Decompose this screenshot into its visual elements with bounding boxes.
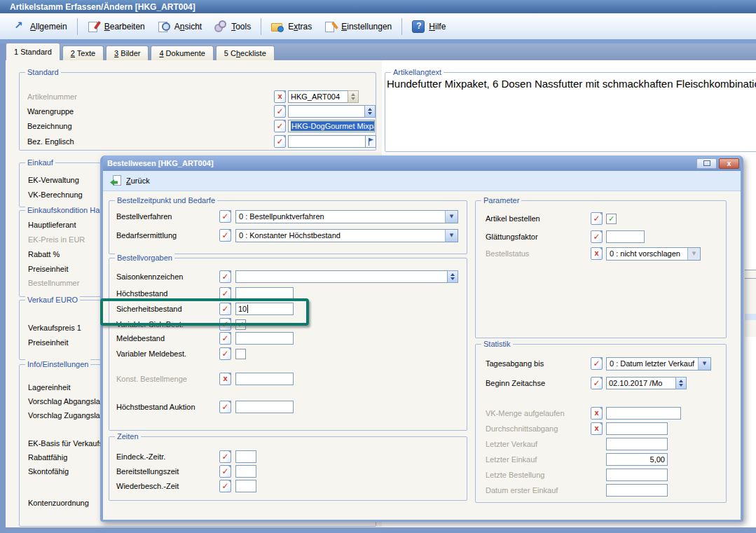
field-row-saisonkennzeichen: Saisonkennzeichen bbox=[116, 270, 458, 284]
tab-standard[interactable]: 1 Standard bbox=[6, 43, 60, 60]
menu-separator bbox=[261, 18, 261, 35]
field-check-icon[interactable] bbox=[591, 377, 603, 389]
letzter-einkauf-input[interactable]: 5,00 bbox=[606, 453, 668, 466]
chevron-down-icon[interactable] bbox=[445, 211, 458, 223]
field-row-artikelnummer: Artikelnummer HKG_ART004 bbox=[27, 90, 359, 104]
field-row-variabler-meldebest: Variabler Meldebest. bbox=[116, 347, 246, 361]
field-x-icon[interactable] bbox=[219, 373, 231, 385]
menu-item-ansicht[interactable]: Ansicht bbox=[151, 18, 208, 35]
field-check-icon[interactable] bbox=[219, 287, 231, 300]
field-check-icon[interactable] bbox=[219, 480, 231, 492]
tagesabgang-dropdown[interactable]: 0 : Datum letzter Verkauf bbox=[606, 357, 711, 371]
field-row-eindeck-zeitr: Eindeck.-Zeitr. bbox=[116, 450, 256, 464]
menu-separator bbox=[77, 18, 78, 35]
spinner[interactable] bbox=[675, 377, 687, 389]
warengruppe-input[interactable] bbox=[288, 105, 365, 118]
magnifier-page-icon bbox=[158, 20, 170, 32]
vk-menge-input[interactable] bbox=[606, 407, 681, 420]
field-row-wiederbesch-zeit: Wiederbesch.-Zeit bbox=[116, 479, 256, 493]
field-check-icon[interactable] bbox=[219, 347, 231, 360]
menu-item-bearbeiten[interactable]: Bearbeiten bbox=[81, 18, 151, 35]
durchschnittsabgang-input[interactable] bbox=[606, 422, 668, 435]
field-check-icon[interactable] bbox=[219, 332, 231, 345]
field-check-icon[interactable] bbox=[274, 120, 286, 132]
bedarfsermittlung-dropdown[interactable]: 0 : Konstanter Höchstbestand bbox=[235, 229, 458, 242]
sidebar-item-vk-berechnung: VK-Berechnung bbox=[28, 191, 83, 199]
variabler-sich-best-checkbox[interactable] bbox=[235, 319, 246, 330]
artikellangtext-text[interactable]: Hundefutter Mixpaket, 6 Dosen Nassfutter… bbox=[387, 78, 756, 90]
menu-item-tools[interactable]: Tools bbox=[208, 18, 257, 35]
field-check-icon[interactable] bbox=[219, 401, 231, 413]
field-check-icon[interactable] bbox=[591, 230, 603, 243]
spinner[interactable] bbox=[447, 270, 458, 283]
saisonkennzeichen-input[interactable] bbox=[235, 270, 448, 283]
wiederbesch-zeit-input[interactable] bbox=[235, 480, 256, 492]
field-x-icon[interactable] bbox=[591, 422, 603, 435]
group-title: Standard bbox=[25, 67, 61, 77]
field-check-icon[interactable] bbox=[591, 212, 603, 225]
flag-icon[interactable] bbox=[365, 136, 376, 147]
group-parameter: Parameter Artikel bestellen Glättungsfak… bbox=[475, 200, 727, 338]
artikel-bestellen-checkbox[interactable] bbox=[606, 214, 617, 224]
eindeck-zeitr-input[interactable] bbox=[235, 450, 256, 463]
chevron-down-icon[interactable] bbox=[698, 358, 710, 370]
bestellstatus-dropdown[interactable]: 0 : nicht vorschlagen bbox=[606, 247, 701, 261]
tab-texte[interactable]: 2 Texte bbox=[62, 46, 104, 60]
field-row-glaettungsfaktor: Glättungsfaktor bbox=[486, 230, 645, 244]
spinner[interactable] bbox=[348, 90, 359, 103]
hoechstbestand-input[interactable] bbox=[235, 287, 294, 300]
menu-item-extras[interactable]: Extras bbox=[265, 18, 318, 35]
hoechstbestand-auktion-input[interactable] bbox=[235, 401, 294, 413]
field-check-icon[interactable] bbox=[219, 270, 231, 283]
artikelnummer-input[interactable]: HKG_ART004 bbox=[288, 90, 348, 103]
group-zeiten: Zeiten Eindeck.-Zeitr. Bereitstellungsze… bbox=[109, 436, 467, 501]
close-icon[interactable]: x bbox=[719, 158, 739, 169]
field-check-icon[interactable] bbox=[219, 303, 231, 315]
tab-bilder[interactable]: 3 Bilder bbox=[106, 46, 149, 60]
bestellverfahren-dropdown[interactable]: 0 : Bestellpunktverfahren bbox=[235, 210, 458, 223]
field-check-icon[interactable] bbox=[219, 465, 231, 478]
field-x-icon[interactable] bbox=[274, 90, 286, 103]
field-row-vk-menge: VK-Menge aufgelaufen bbox=[486, 406, 681, 420]
bereitstellungszeit-input[interactable] bbox=[235, 465, 256, 478]
tab-bar: 1 Standard 2 Texte 3 Bilder 4 Dokumente … bbox=[0, 43, 756, 60]
spinner[interactable] bbox=[364, 105, 376, 118]
konst-bestellmenge-input[interactable] bbox=[235, 373, 294, 385]
field-check-icon[interactable] bbox=[219, 450, 231, 463]
chevron-down-icon[interactable] bbox=[445, 230, 458, 242]
sidebar-item-preiseinheit-2: Preiseinheit bbox=[28, 338, 68, 347]
field-check-icon[interactable] bbox=[219, 318, 231, 331]
field-check-icon[interactable] bbox=[219, 210, 231, 223]
field-row-tagesabgang-bis: Tagesabgang bis 0 : Datum letzter Verkau… bbox=[486, 357, 711, 371]
tab-checkliste[interactable]: 5 Checkliste bbox=[216, 46, 275, 60]
datum-erster-einkauf-input[interactable] bbox=[606, 484, 668, 497]
sicherheitsbestand-input[interactable]: 10 bbox=[235, 303, 294, 315]
back-button[interactable]: Zurück bbox=[110, 175, 150, 186]
field-row-warengruppe: Warengruppe bbox=[27, 104, 376, 118]
sidebar-item-vorschlag-zugang: Vorschlag Zugangsla bbox=[28, 411, 100, 420]
meldebestand-input[interactable] bbox=[235, 332, 294, 345]
menu-item-einstellungen[interactable]: Einstellungen bbox=[318, 18, 398, 35]
bezeichnung-input[interactable]: HKG-DogGourmet Mixpaket bbox=[288, 120, 375, 132]
glaettungsfaktor-input[interactable] bbox=[606, 230, 645, 243]
field-check-icon[interactable] bbox=[274, 135, 286, 148]
window-titlebar: Artikelstamm Erfassen/Ändern [HKG_ART004… bbox=[0, 0, 756, 13]
letzter-verkauf-input[interactable] bbox=[606, 438, 668, 450]
field-check-icon[interactable] bbox=[219, 229, 231, 242]
field-check-icon[interactable] bbox=[591, 357, 603, 370]
tab-dokumente[interactable]: 4 Dokumente bbox=[151, 46, 213, 60]
field-check-icon[interactable] bbox=[274, 105, 286, 118]
variabler-meldebest-checkbox[interactable] bbox=[235, 349, 246, 359]
field-row-variabler-sich-best: Variabler Sich.Best. bbox=[116, 317, 246, 331]
bez-englisch-input[interactable] bbox=[288, 135, 376, 148]
menu-item-hilfe[interactable]: Hilfe bbox=[406, 18, 452, 35]
beginn-zeitachse-input[interactable]: 02.10.2017 /Mo bbox=[606, 377, 676, 389]
field-x-icon[interactable] bbox=[591, 247, 603, 260]
menu-item-allgemein[interactable]: Allgemein bbox=[7, 18, 74, 35]
letzte-bestellung-input[interactable] bbox=[606, 469, 668, 481]
sidebar-item-bestellnummer: Bestellnummer bbox=[28, 279, 79, 287]
restore-button[interactable] bbox=[696, 158, 717, 169]
back-arrow-icon bbox=[110, 175, 122, 186]
sidebar-item-rabatt: Rabatt % bbox=[28, 250, 60, 258]
field-x-icon[interactable] bbox=[591, 407, 603, 420]
